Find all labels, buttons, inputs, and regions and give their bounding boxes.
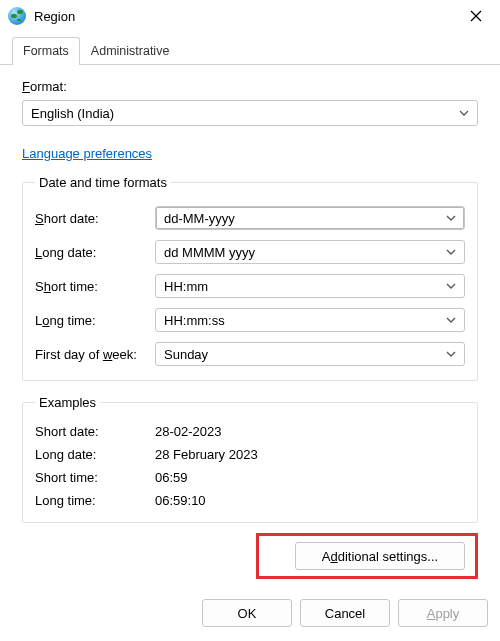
short-date-value: dd-MM-yyyy bbox=[164, 211, 446, 226]
date-time-formats-group: Date and time formats Short date: dd-MM-… bbox=[22, 175, 478, 381]
first-day-value: Sunday bbox=[164, 347, 446, 362]
date-time-formats-legend: Date and time formats bbox=[35, 175, 171, 190]
long-time-label: Long time: bbox=[35, 313, 155, 328]
language-preferences-link[interactable]: Language preferences bbox=[22, 146, 152, 161]
window-title: Region bbox=[34, 9, 75, 24]
apply-button[interactable]: Apply bbox=[398, 599, 488, 627]
titlebar: Region bbox=[0, 0, 500, 32]
examples-group: Examples Short date: 28-02-2023 Long dat… bbox=[22, 395, 478, 523]
format-combo[interactable]: English (India) bbox=[22, 100, 478, 126]
example-long-time-label: Long time: bbox=[35, 493, 155, 508]
example-long-date-value: 28 February 2023 bbox=[155, 447, 258, 462]
short-date-label: Short date: bbox=[35, 211, 155, 226]
example-short-date-label: Short date: bbox=[35, 424, 155, 439]
examples-legend: Examples bbox=[35, 395, 100, 410]
long-time-combo[interactable]: HH:mm:ss bbox=[155, 308, 465, 332]
highlight-annotation: Additional settings... bbox=[256, 533, 478, 579]
format-label: Format: bbox=[22, 79, 478, 94]
short-time-combo[interactable]: HH:mm bbox=[155, 274, 465, 298]
example-short-date-value: 28-02-2023 bbox=[155, 424, 222, 439]
close-icon bbox=[470, 10, 482, 22]
tab-formats[interactable]: Formats bbox=[12, 37, 80, 65]
first-day-combo[interactable]: Sunday bbox=[155, 342, 465, 366]
chevron-down-icon bbox=[446, 247, 456, 257]
example-long-date-label: Long date: bbox=[35, 447, 155, 462]
chevron-down-icon bbox=[446, 349, 456, 359]
example-short-time-value: 06:59 bbox=[155, 470, 188, 485]
formats-panel: Format: English (India) Language prefere… bbox=[0, 65, 500, 589]
long-date-label: Long date: bbox=[35, 245, 155, 260]
chevron-down-icon bbox=[459, 108, 469, 118]
chevron-down-icon bbox=[446, 315, 456, 325]
first-day-label: First day of week: bbox=[35, 347, 155, 362]
tab-administrative[interactable]: Administrative bbox=[80, 37, 181, 65]
additional-settings-button[interactable]: Additional settings... bbox=[295, 542, 465, 570]
long-date-combo[interactable]: dd MMMM yyyy bbox=[155, 240, 465, 264]
ok-button[interactable]: OK bbox=[202, 599, 292, 627]
chevron-down-icon bbox=[446, 213, 456, 223]
short-time-label: Short time: bbox=[35, 279, 155, 294]
cancel-button[interactable]: Cancel bbox=[300, 599, 390, 627]
format-combo-value: English (India) bbox=[31, 106, 459, 121]
short-time-value: HH:mm bbox=[164, 279, 446, 294]
chevron-down-icon bbox=[446, 281, 456, 291]
close-button[interactable] bbox=[460, 1, 492, 31]
tab-strip: Formats Administrative bbox=[0, 36, 500, 65]
dialog-buttons: OK Cancel Apply bbox=[0, 589, 500, 639]
long-time-value: HH:mm:ss bbox=[164, 313, 446, 328]
example-long-time-value: 06:59:10 bbox=[155, 493, 206, 508]
short-date-combo[interactable]: dd-MM-yyyy bbox=[155, 206, 465, 230]
long-date-value: dd MMMM yyyy bbox=[164, 245, 446, 260]
region-globe-icon bbox=[8, 7, 26, 25]
example-short-time-label: Short time: bbox=[35, 470, 155, 485]
